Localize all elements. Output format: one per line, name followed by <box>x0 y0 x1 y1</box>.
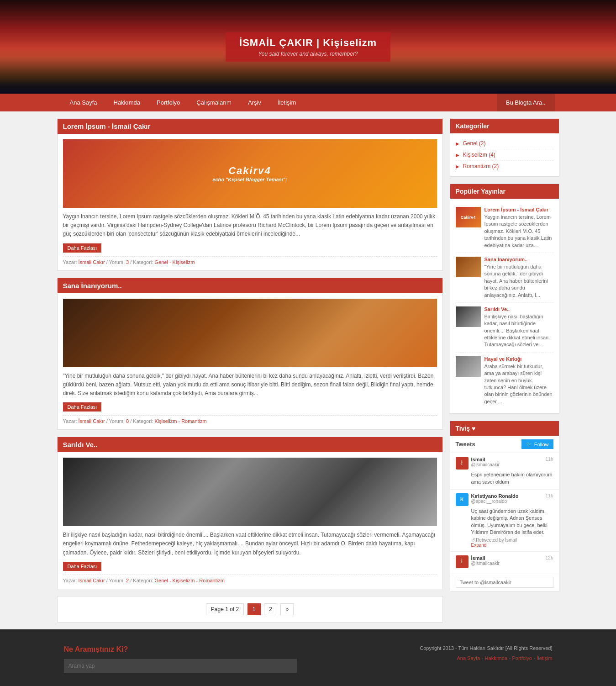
footer-link-iletisim[interactable]: İletişim <box>537 655 552 661</box>
tweet-time-2: 11h <box>546 493 553 498</box>
popular-content: Cakirv4 Lorem İpsum - İsmail Çakır Yaygı… <box>450 199 559 413</box>
comments-3: 2 <box>126 578 129 583</box>
pp-info-1: Lorem İpsum - İsmail Çakır Yaygın inancı… <box>484 207 553 249</box>
tweet-1: İ İsmail @ismailcaakir 11h Espri yeteneğ… <box>450 453 559 490</box>
categories-widget: Kategoriler ▶ Genel (2) ▶ Kişiselizm (4)… <box>450 118 559 177</box>
content-area: Lorem İpsum - İsmail Çakır Cakirv4 echo … <box>57 118 443 623</box>
author-1: İsmail Cakır <box>79 259 105 265</box>
nav-iletisim[interactable]: İletişim <box>269 94 304 111</box>
pp-title-1: Lorem İpsum - İsmail Çakır <box>484 207 553 212</box>
pp-info-3: Sarıldı Ve.. Bir ilişkiye nasıl başladığ… <box>484 306 553 348</box>
pagination: Page 1 of 2 1 2 » <box>57 596 443 623</box>
tivis-widget: Tiviş ♥ Tweets 🐦 Follow İ İsmail @ismail… <box>450 421 559 591</box>
footer-search-input[interactable] <box>64 659 297 673</box>
article-title-3: Sarıldı Ve.. <box>58 437 442 452</box>
tweet-user-1: İsmail <box>471 457 500 462</box>
pp-info-4: Hayal ve Kırkığı Araba sürmek bir tutkud… <box>484 356 553 405</box>
tweet-header-1: İ İsmail @ismailcaakir 11h <box>456 457 553 470</box>
article-text-3: Bir ilişkiye nasıl başladığın kadar, nas… <box>63 531 437 557</box>
site-title-box: İSMAİL ÇAKIR | Kişiselizm You said forev… <box>226 32 390 62</box>
nav-portfolyo[interactable]: Portfolyo <box>148 94 188 111</box>
popular-post-1: Cakirv4 Lorem İpsum - İsmail Çakır Yaygı… <box>456 203 553 253</box>
more-button-1[interactable]: Daha Fazlası <box>63 243 102 253</box>
tweet-handle-3: @ismailcaakir <box>471 561 500 566</box>
cat-link-kisiselizm[interactable]: Kişiselizm (4) <box>463 152 495 158</box>
page-1-link[interactable]: 1 <box>247 603 261 615</box>
pp-title-4: Hayal ve Kırkığı <box>484 356 553 362</box>
categories-1: Genel - Kişiselizm <box>154 259 195 265</box>
article-meta-3: Yazar: İsmail Cakır / Yorum: 2 / Kategor… <box>63 575 437 583</box>
more-button-3[interactable]: Daha Fazlası <box>63 562 102 571</box>
tweet-2: K Kıristiyano Ronaldo @apaci__ronaldo 11… <box>450 490 559 552</box>
tweet-reply-input[interactable] <box>456 577 553 588</box>
page-2-link[interactable]: 2 <box>264 603 277 615</box>
author-2: İsmail Cakır <box>79 418 105 424</box>
tweet-user-2: Kıristiyano Ronaldo <box>471 493 519 499</box>
tweet-user-info-2: Kıristiyano Ronaldo @apaci__ronaldo <box>471 493 519 504</box>
tweet-text-2: Üç saat gündemden uzak kaldım, kabine de… <box>471 508 553 536</box>
tweet-text-1: Espri yeteneğime hakim olamıyorum ama sa… <box>471 471 553 485</box>
cat-link-genel[interactable]: Genel (2) <box>463 140 486 147</box>
article-card-2: Sana İnanıyorum.. "Yine bir mutluluğun d… <box>57 278 443 430</box>
popular-posts-widget: Popüler Yayınlar Cakirv4 Lorem İpsum - İ… <box>450 184 559 414</box>
pp-thumb-1: Cakirv4 <box>456 207 481 227</box>
article-meta-2: Yazar: İsmail Cakır / Yorum: 0 / Kategor… <box>63 415 437 424</box>
pp-info-2: Sana İnanıyorum.. "Yine bir mutluluğun d… <box>484 257 553 299</box>
categories-title: Kategoriler <box>450 119 559 133</box>
pp-thumb-2 <box>456 257 481 277</box>
pagination-text: Page 1 of 2 <box>206 603 244 615</box>
tweet-header-2: K Kıristiyano Ronaldo @apaci__ronaldo 11… <box>456 493 553 506</box>
footer-link-ana-sayfa[interactable]: Ana Sayfa <box>457 655 480 661</box>
cat-arrow-icon-3: ▶ <box>456 164 459 169</box>
tweet-3: İ İsmail @ismailcaakir 12h <box>450 552 559 574</box>
comments-1: 3 <box>126 259 129 265</box>
article-image-3 <box>63 458 437 526</box>
tweet-expand-2[interactable]: Expand <box>471 543 553 548</box>
tweet-handle-1: @ismailcaakir <box>471 462 500 467</box>
more-button-2[interactable]: Daha Fazlası <box>63 402 102 412</box>
page-next-link[interactable]: » <box>280 603 294 615</box>
popular-post-4: Hayal ve Kırkığı Araba sürmek bir tutkud… <box>456 353 553 409</box>
nav-search-button[interactable]: Bu Blogta Ara.. <box>497 94 555 111</box>
footer-link-hakkimda[interactable]: Hakkımda <box>485 655 508 661</box>
main-bg: Lorem İpsum - İsmail Çakır Cakirv4 echo … <box>0 111 616 629</box>
site-tagline: You said forever and always, remember? <box>239 51 377 57</box>
twitter-bird-icon: 🐦 <box>526 441 532 447</box>
article-text-2: "Yine bir mutluluğun daha sonuna geldik,… <box>63 372 437 398</box>
footer: Ne Aramıştınız Ki? Copyright 2013 - Tüm … <box>0 629 616 686</box>
author-3: İsmail Cakır <box>79 578 105 583</box>
footer-link-portfolyo[interactable]: Portfolyo <box>512 655 532 661</box>
nav-calismalarim[interactable]: Çalışmalarım <box>188 94 240 111</box>
article-text-1: Yaygın inancın tersine, Lorem Ipsum rast… <box>63 212 437 239</box>
footer-right-section: Copyright 2013 - Tüm Hakları Saklıdır [A… <box>313 639 559 680</box>
sidebar: Kategoriler ▶ Genel (2) ▶ Kişiselizm (4)… <box>450 118 559 623</box>
tweet-avatar-2: K <box>456 493 469 506</box>
nav-ana-sayfa[interactable]: Ana Sayfa <box>62 94 105 111</box>
footer-sep-1: - <box>482 655 485 661</box>
pp-title-2: Sana İnanıyorum.. <box>484 257 553 262</box>
article-meta-1: Yazar: İsmail Cakır / Yorum: 3 / Kategor… <box>63 256 437 265</box>
main-nav: Ana Sayfa Hakkımda Portfolyo Çalışmaları… <box>57 94 559 111</box>
pp-text-1: Yaygın inancın tersine, Lorem Ipsum rast… <box>484 214 553 249</box>
follow-label: Follow <box>534 442 549 447</box>
tweets-label: Tweets <box>456 441 475 448</box>
cat-arrow-icon-2: ▶ <box>456 153 459 158</box>
cat-link-romantizm[interactable]: Romantizm (2) <box>463 163 499 169</box>
header-banner: İSMAİL ÇAKIR | Kişiselizm You said forev… <box>0 0 616 94</box>
tweets-header: Tweets 🐦 Follow <box>450 436 559 453</box>
footer-copyright: Copyright 2013 - Tüm Hakları Saklıdır [A… <box>320 645 553 651</box>
categories-2: Kişiselizm - Romantizm <box>154 418 206 424</box>
nav-arsiv[interactable]: Arşiv <box>240 94 269 111</box>
footer-links: Ana Sayfa - Hakkımda - Portfolyo - İleti… <box>320 654 553 661</box>
popular-post-3: Sarıldı Ve.. Bir ilişkiye nasıl başladığ… <box>456 303 553 353</box>
popular-post-2: Sana İnanıyorum.. "Yine bir mutluluğun d… <box>456 253 553 303</box>
nav-hakkimda[interactable]: Hakkımda <box>105 94 149 111</box>
article-image-1: Cakirv4 echo "Kişisel Blogger Teması"; <box>63 139 437 208</box>
categories-content: ▶ Genel (2) ▶ Kişiselizm (4) ▶ Romantizm… <box>450 133 559 176</box>
follow-button[interactable]: 🐦 Follow <box>521 439 553 449</box>
nav-wrapper: Ana Sayfa Hakkımda Portfolyo Çalışmaları… <box>0 94 616 111</box>
category-item-genel: ▶ Genel (2) <box>456 138 553 149</box>
footer-inner: Ne Aramıştınız Ki? Copyright 2013 - Tüm … <box>57 639 559 680</box>
pp-text-3: Bir ilişkiye nasıl başladığın kadar, nas… <box>484 313 553 348</box>
category-item-kisiselizm: ▶ Kişiselizm (4) <box>456 149 553 161</box>
